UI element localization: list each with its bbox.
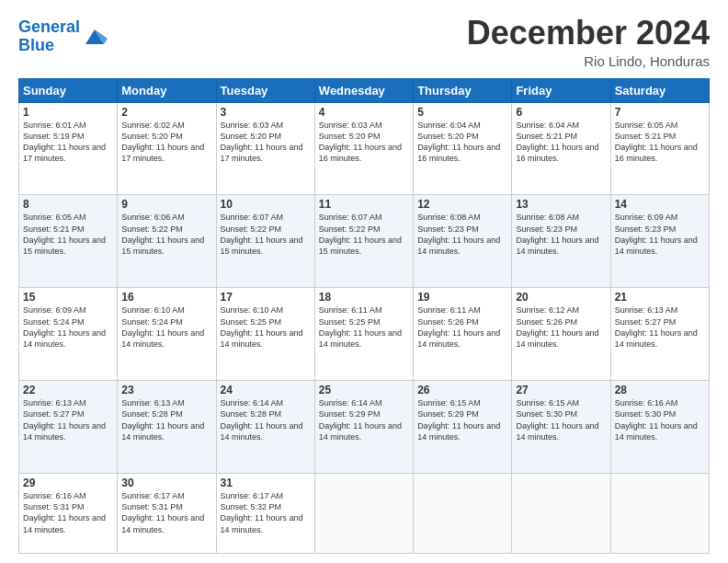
calendar-cell: 23Sunrise: 6:13 AMSunset: 5:28 PMDayligh… xyxy=(118,381,216,474)
calendar-cell: 12Sunrise: 6:08 AMSunset: 5:23 PMDayligh… xyxy=(414,195,512,288)
page: General Blue December 2024 Rio Lindo, Ho… xyxy=(0,0,728,563)
day-info: Sunrise: 6:03 AMSunset: 5:20 PMDaylight:… xyxy=(221,120,311,165)
day-info: Sunrise: 6:07 AMSunset: 5:22 PMDaylight:… xyxy=(319,212,409,257)
calendar-cell: 7Sunrise: 6:05 AMSunset: 5:21 PMDaylight… xyxy=(610,102,709,195)
day-info: Sunrise: 6:04 AMSunset: 5:20 PMDaylight:… xyxy=(417,120,507,165)
calendar-cell: 30Sunrise: 6:17 AMSunset: 5:31 PMDayligh… xyxy=(118,474,216,554)
day-number: 11 xyxy=(319,198,409,211)
day-info: Sunrise: 6:14 AMSunset: 5:29 PMDaylight:… xyxy=(319,397,409,442)
day-info: Sunrise: 6:04 AMSunset: 5:21 PMDaylight:… xyxy=(516,120,606,165)
day-number: 14 xyxy=(615,198,705,211)
calendar-cell: 15Sunrise: 6:09 AMSunset: 5:24 PMDayligh… xyxy=(19,288,118,381)
calendar-cell: 31Sunrise: 6:17 AMSunset: 5:32 PMDayligh… xyxy=(216,474,314,554)
day-info: Sunrise: 6:15 AMSunset: 5:29 PMDaylight:… xyxy=(417,397,507,442)
calendar-cell: 25Sunrise: 6:14 AMSunset: 5:29 PMDayligh… xyxy=(314,381,413,474)
calendar-cell: 5Sunrise: 6:04 AMSunset: 5:20 PMDaylight… xyxy=(414,102,512,195)
day-info: Sunrise: 6:11 AMSunset: 5:26 PMDaylight:… xyxy=(417,304,507,350)
logo-text: General xyxy=(18,18,80,37)
day-number: 25 xyxy=(319,384,409,396)
day-number: 20 xyxy=(516,291,606,304)
day-info: Sunrise: 6:09 AMSunset: 5:24 PMDaylight:… xyxy=(23,304,113,350)
column-header-tuesday: Tuesday xyxy=(216,78,314,102)
day-info: Sunrise: 6:03 AMSunset: 5:20 PMDaylight:… xyxy=(319,120,409,165)
day-info: Sunrise: 6:06 AMSunset: 5:22 PMDaylight:… xyxy=(121,212,211,257)
day-number: 31 xyxy=(221,477,311,489)
calendar-cell: 21Sunrise: 6:13 AMSunset: 5:27 PMDayligh… xyxy=(610,288,709,381)
day-number: 6 xyxy=(516,106,606,119)
day-info: Sunrise: 6:13 AMSunset: 5:27 PMDaylight:… xyxy=(615,304,705,350)
calendar-cell: 27Sunrise: 6:15 AMSunset: 5:30 PMDayligh… xyxy=(512,381,610,474)
calendar-cell xyxy=(314,474,413,554)
day-number: 9 xyxy=(121,198,211,211)
logo-icon xyxy=(82,24,108,50)
day-number: 21 xyxy=(615,291,705,304)
day-info: Sunrise: 6:10 AMSunset: 5:25 PMDaylight:… xyxy=(221,304,311,350)
day-info: Sunrise: 6:13 AMSunset: 5:28 PMDaylight:… xyxy=(121,397,211,442)
day-info: Sunrise: 6:12 AMSunset: 5:26 PMDaylight:… xyxy=(516,304,606,350)
month-title: December 2024 xyxy=(467,15,710,52)
day-number: 24 xyxy=(221,384,311,396)
calendar-cell: 19Sunrise: 6:11 AMSunset: 5:26 PMDayligh… xyxy=(414,288,512,381)
day-number: 26 xyxy=(417,384,507,396)
calendar-cell: 26Sunrise: 6:15 AMSunset: 5:29 PMDayligh… xyxy=(414,381,512,474)
day-number: 13 xyxy=(516,198,606,211)
column-header-monday: Monday xyxy=(118,78,216,102)
calendar-cell: 18Sunrise: 6:11 AMSunset: 5:25 PMDayligh… xyxy=(314,288,413,381)
day-info: Sunrise: 6:13 AMSunset: 5:27 PMDaylight:… xyxy=(23,397,113,442)
calendar-cell: 14Sunrise: 6:09 AMSunset: 5:23 PMDayligh… xyxy=(610,195,709,288)
calendar-cell: 29Sunrise: 6:16 AMSunset: 5:31 PMDayligh… xyxy=(19,474,118,554)
day-info: Sunrise: 6:07 AMSunset: 5:22 PMDaylight:… xyxy=(221,212,311,257)
day-number: 3 xyxy=(221,106,311,119)
week-row-3: 15Sunrise: 6:09 AMSunset: 5:24 PMDayligh… xyxy=(19,288,710,381)
calendar-cell xyxy=(414,474,512,554)
day-info: Sunrise: 6:16 AMSunset: 5:31 PMDaylight:… xyxy=(23,490,113,535)
day-info: Sunrise: 6:17 AMSunset: 5:31 PMDaylight:… xyxy=(121,490,211,535)
day-number: 18 xyxy=(319,291,409,304)
day-info: Sunrise: 6:02 AMSunset: 5:20 PMDaylight:… xyxy=(121,120,211,165)
header: General Blue December 2024 Rio Lindo, Ho… xyxy=(18,15,710,69)
day-info: Sunrise: 6:08 AMSunset: 5:23 PMDaylight:… xyxy=(516,212,606,257)
day-number: 4 xyxy=(319,106,409,119)
day-number: 23 xyxy=(121,384,211,396)
calendar-cell: 24Sunrise: 6:14 AMSunset: 5:28 PMDayligh… xyxy=(216,381,314,474)
calendar-cell xyxy=(512,474,610,554)
day-number: 15 xyxy=(23,291,113,304)
day-info: Sunrise: 6:05 AMSunset: 5:21 PMDaylight:… xyxy=(615,120,705,165)
day-number: 17 xyxy=(221,291,311,304)
calendar-cell: 1Sunrise: 6:01 AMSunset: 5:19 PMDaylight… xyxy=(19,102,118,195)
day-number: 8 xyxy=(23,198,113,211)
calendar-cell: 4Sunrise: 6:03 AMSunset: 5:20 PMDaylight… xyxy=(314,102,413,195)
title-block: December 2024 Rio Lindo, Honduras xyxy=(467,15,710,69)
calendar-cell: 2Sunrise: 6:02 AMSunset: 5:20 PMDaylight… xyxy=(118,102,216,195)
calendar-table: SundayMondayTuesdayWednesdayThursdayFrid… xyxy=(18,78,710,554)
logo: General Blue xyxy=(18,18,108,55)
day-number: 12 xyxy=(417,198,507,211)
day-number: 5 xyxy=(417,106,507,119)
column-header-saturday: Saturday xyxy=(610,78,709,102)
day-number: 22 xyxy=(23,384,113,396)
week-row-2: 8Sunrise: 6:05 AMSunset: 5:21 PMDaylight… xyxy=(19,195,710,288)
column-header-thursday: Thursday xyxy=(414,78,512,102)
calendar-cell: 10Sunrise: 6:07 AMSunset: 5:22 PMDayligh… xyxy=(216,195,314,288)
week-row-4: 22Sunrise: 6:13 AMSunset: 5:27 PMDayligh… xyxy=(19,381,710,474)
calendar-cell: 9Sunrise: 6:06 AMSunset: 5:22 PMDaylight… xyxy=(118,195,216,288)
day-info: Sunrise: 6:05 AMSunset: 5:21 PMDaylight:… xyxy=(23,212,113,257)
day-number: 2 xyxy=(121,106,211,119)
calendar-cell: 3Sunrise: 6:03 AMSunset: 5:20 PMDaylight… xyxy=(216,102,314,195)
day-info: Sunrise: 6:01 AMSunset: 5:19 PMDaylight:… xyxy=(23,120,113,165)
day-info: Sunrise: 6:17 AMSunset: 5:32 PMDaylight:… xyxy=(221,490,311,535)
logo-general: General xyxy=(18,17,80,36)
calendar-cell: 22Sunrise: 6:13 AMSunset: 5:27 PMDayligh… xyxy=(19,381,118,474)
calendar-cell xyxy=(610,474,709,554)
calendar-cell: 6Sunrise: 6:04 AMSunset: 5:21 PMDaylight… xyxy=(512,102,610,195)
calendar-cell: 8Sunrise: 6:05 AMSunset: 5:21 PMDaylight… xyxy=(19,195,118,288)
calendar-header-row: SundayMondayTuesdayWednesdayThursdayFrid… xyxy=(19,78,710,102)
day-info: Sunrise: 6:10 AMSunset: 5:24 PMDaylight:… xyxy=(121,304,211,350)
day-number: 30 xyxy=(121,477,211,489)
column-header-sunday: Sunday xyxy=(19,78,118,102)
day-number: 16 xyxy=(121,291,211,304)
day-number: 7 xyxy=(615,106,705,119)
column-header-friday: Friday xyxy=(512,78,610,102)
day-number: 27 xyxy=(516,384,606,396)
week-row-5: 29Sunrise: 6:16 AMSunset: 5:31 PMDayligh… xyxy=(19,474,710,554)
